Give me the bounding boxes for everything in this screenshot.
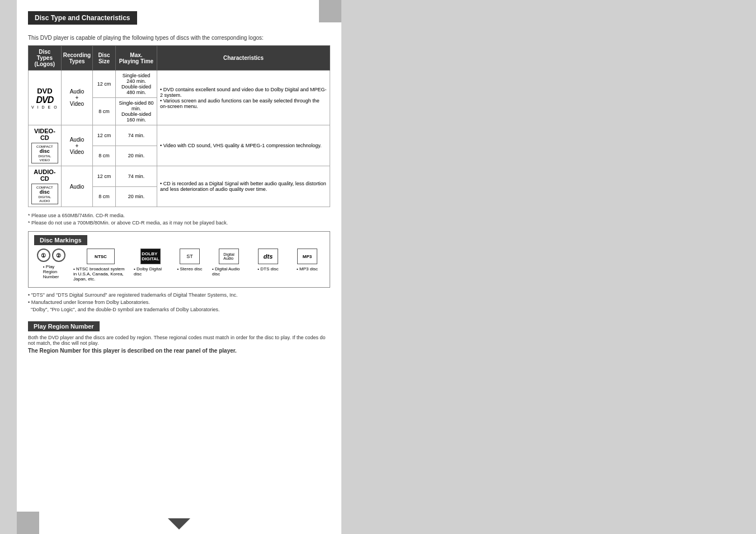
top-right-corner-decoration <box>319 0 341 22</box>
play-region-text-2: The Region Number for this player is des… <box>28 348 330 354</box>
play-region-header: Play Region Number <box>28 321 100 331</box>
dvd-video-text: V I D E O <box>31 105 58 109</box>
vcd-type-label: VIDEO-CD <box>31 128 58 141</box>
marking-dolby: DOLBYDIGITAL • Dolby Digital disc <box>134 249 167 277</box>
footnote-dolby-1: • Manufactured under license from Dolby … <box>28 299 330 305</box>
th-recording: RecordingTypes <box>61 46 92 71</box>
note-2: * Please do not use a 700MB/80Min. or ab… <box>28 220 330 226</box>
disc-markings-box: Disc Markings ① ② • PlayRegionNumber NTS… <box>28 231 330 288</box>
footnote-dts: • "DTS" and "DTS Digital Surround" are r… <box>28 292 330 298</box>
dolby-label: • Dolby Digital disc <box>134 266 167 277</box>
acd-type-label: AUDIO-CD <box>31 168 58 182</box>
dvd-characteristics: • DVD contains excellent sound and video… <box>157 71 330 125</box>
marking-stereo: ST • Stereo disc <box>173 249 206 271</box>
vcd-recording: Audio+Video <box>61 125 92 166</box>
left-page-bottom-arrow <box>168 518 190 530</box>
dvd-logo: DVD <box>31 95 58 105</box>
digital-audio-icon: DigitalAudio <box>219 249 239 264</box>
table-row-dvd: DVD DVD V I D E O Audio+Video 12 cm Sing… <box>29 71 330 98</box>
dvd-size-1: 12 cm <box>93 71 116 98</box>
note-1: * Please use a 650MB/74Min. CD-R media. <box>28 213 330 218</box>
th-playing-time: Max.Playing Time <box>115 46 157 71</box>
dts-icon: dts <box>258 249 278 264</box>
acd-time-2: 20 min. <box>115 186 157 207</box>
dvd-type-label: DVD <box>31 87 58 95</box>
intro-text: This DVD player is capable of playing th… <box>28 35 330 41</box>
table-row-acd: AUDIO-CD COMPACT disc DIGITAL AUDIO Audi… <box>29 166 330 187</box>
dvd-time-1: Single-sided 240 min.Double-sided 480 mi… <box>115 71 157 98</box>
vcd-time-1: 74 min. <box>115 125 157 146</box>
region-icon-2: ② <box>52 249 65 262</box>
th-characteristics: Characteristics <box>157 46 330 71</box>
marking-play-region: ① ② • PlayRegionNumber <box>34 249 68 279</box>
marking-digital-audio: DigitalAudio • Digital Audio disc <box>212 249 246 277</box>
table-row-vcd: VIDEO-CD COMPACT disc DIGITAL VIDEO Audi… <box>29 125 330 146</box>
acd-recording: Audio <box>61 166 92 207</box>
markings-row: ① ② • PlayRegionNumber NTSC • NTSC broad… <box>34 249 324 282</box>
marking-mp3: MP3 • MP3 disc <box>290 249 324 271</box>
stereo-label: • Stereo disc <box>177 266 202 271</box>
disc-type-header: Disc Type and Characteristics <box>28 11 137 25</box>
region-icon-1: ① <box>37 249 50 262</box>
dolby-icon: DOLBYDIGITAL <box>140 249 161 264</box>
marking-ntsc: NTSC • NTSC broadcast system in U.S.A, C… <box>73 249 128 282</box>
acd-characteristics: • CD is recorded as a Digital Signal wit… <box>157 166 330 207</box>
stereo-icon: ST <box>180 249 200 264</box>
dvd-time-2: Single-sided 80 min.Double-sided 160 min… <box>115 98 157 125</box>
vcd-characteristics: • Video with CD sound, VHS quality & MPE… <box>157 125 330 166</box>
left-page: Disc Type and Characteristics This DVD p… <box>17 0 341 534</box>
acd-size-1: 12 cm <box>93 166 116 187</box>
disc-markings-header: Disc Markings <box>34 235 87 245</box>
dvd-recording: Audio+Video <box>61 71 92 125</box>
mp3-icon: MP3 <box>297 249 317 264</box>
footnote-dolby-2: "Dolby", "Pro Logic", and the double-D s… <box>28 307 330 312</box>
vcd-size-1: 12 cm <box>93 125 116 146</box>
dts-label: • DTS disc <box>257 266 278 271</box>
acd-size-2: 8 cm <box>93 186 116 207</box>
region-label: • PlayRegionNumber <box>43 264 59 279</box>
play-region-text-1: Both the DVD player and the discs are co… <box>28 335 330 346</box>
bottom-left-corner-decoration <box>17 512 39 534</box>
mp3-label: • MP3 disc <box>297 266 318 271</box>
marking-dts: dts • DTS disc <box>251 249 285 271</box>
ntsc-label: • NTSC broadcast system in U.S.A, Canada… <box>73 266 128 282</box>
dvd-size-2: 8 cm <box>93 98 116 125</box>
acd-time-1: 74 min. <box>115 166 157 187</box>
acd-logo: COMPACT disc DIGITAL AUDIO <box>31 184 58 204</box>
ntsc-icon: NTSC <box>87 249 115 264</box>
digital-audio-label: • Digital Audio disc <box>212 266 246 277</box>
disc-table: Disc Types(Logos) RecordingTypes Disc Si… <box>28 45 330 207</box>
vcd-size-2: 8 cm <box>93 146 116 166</box>
th-disc-size: Disc Size <box>93 46 116 71</box>
vcd-logo: COMPACT disc DIGITAL VIDEO <box>31 143 58 163</box>
th-disc-types: Disc Types(Logos) <box>29 46 62 71</box>
vcd-time-2: 20 min. <box>115 146 157 166</box>
